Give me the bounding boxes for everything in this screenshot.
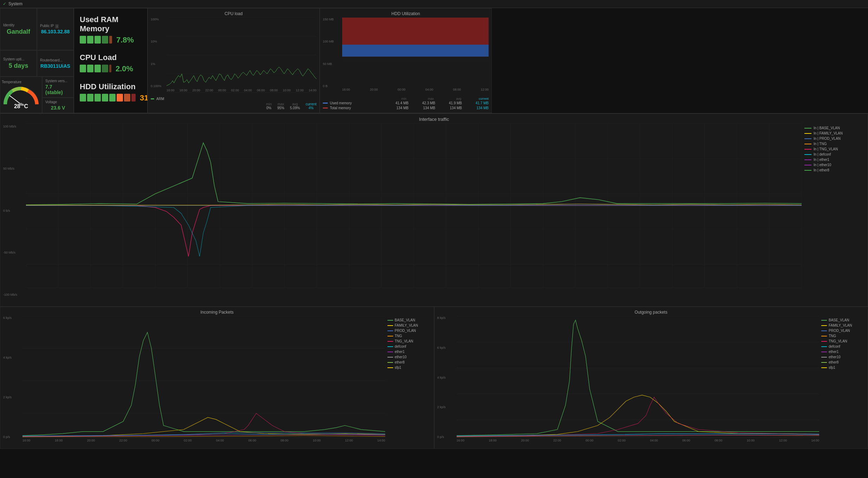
incoming-x-labels: 16:00 18:00 20:00 22:00 00:00 02:00 04:0… (22, 439, 385, 446)
top-bar: ✓ System (0, 0, 868, 8)
cpu-stat-min: min 0% (266, 102, 272, 110)
out-legend-sfp1: sfp1 (821, 366, 863, 369)
publicip-value: 86.103.32.88 (41, 29, 70, 34)
outgoing-svg (457, 316, 820, 446)
legend-ether8: In | ether8 (804, 168, 862, 172)
total-memory-legend-dot (323, 107, 328, 109)
out-legend-prod: PROD_VLAN (821, 329, 863, 333)
top-two: Identity Gandalf Public IP i 86.103.32.8… (0, 8, 74, 50)
hdd-chart-svg (342, 18, 489, 61)
inc-legend-ether10: ether10 (387, 355, 429, 359)
out-legend-defconf: defconf (821, 345, 863, 348)
hdd-chart-area: 150 MB 100 MB 50 MB 0 B 1 (323, 18, 489, 95)
temperature-panel: Temperature 28 °C (0, 77, 42, 113)
cpu-pct: 2.0% (116, 64, 133, 73)
version-value: 7.7 (stable) (45, 84, 71, 95)
cpu-stat-avg: avg 5.09% (290, 102, 300, 110)
cpu-chart-panel: CPU load 100% 10% 1% 0.100% (148, 8, 320, 113)
cpu-chart-svg (167, 18, 316, 93)
row3-packets: Incoming Packets 6 kp/s 4 kp/s 2 kp/s 0 … (0, 307, 868, 447)
inc-legend-defconf: defconf (387, 345, 429, 348)
uptime-value: 5 days (8, 62, 28, 70)
uptime-label: System upti... (3, 57, 25, 61)
interface-traffic-chart-container: 100 Mb/s 50 Mb/s 0 b/s -50 Mb/s -100 Mb/… (3, 123, 865, 303)
hdd-chart-title: HDD Utilization (323, 11, 489, 16)
outgoing-y-labels: 8 kp/s 6 kp/s 4 kp/s 2 kp/s 0 p/s (437, 316, 457, 446)
used-memory-legend-dot (323, 103, 328, 104)
temp-label: Temperature (2, 80, 21, 84)
interface-traffic-chart: 16:00 17:00 18:00 19:00 20:00 21:00 22:0… (26, 123, 802, 303)
hdd-total-row: Total memory 134 MB 134 MB 134 MB 134 MB (323, 106, 489, 110)
outgoing-legend: BASE_VLAN FAMILY_VLAN PROD_VLAN TNG TNG_… (819, 316, 865, 446)
outgoing-chart-container: 8 kp/s 6 kp/s 4 kp/s 2 kp/s 0 p/s (437, 316, 865, 446)
cpu-chart-title: CPU load (151, 11, 316, 16)
publicip-label: Public IP (40, 24, 54, 28)
outgoing-title: Outgoing packets (437, 310, 865, 315)
hdd-chart-panel: HDD Utilization 150 MB 100 MB 50 MB 0 B (320, 8, 492, 113)
publicip-panel: Public IP i 86.103.32.88 (37, 8, 74, 50)
cpu-stat-max: max 95% (278, 102, 285, 110)
system-label: System (8, 1, 22, 6)
main-grid: Identity Gandalf Public IP i 86.103.32.8… (0, 8, 868, 447)
incoming-packets-panel: Incoming Packets 6 kp/s 4 kp/s 2 kp/s 0 … (0, 307, 434, 449)
temp-value: 28 °C (14, 103, 28, 110)
out-legend-base: BASE_VLAN (821, 318, 863, 322)
interface-traffic-title: Interface traffic (3, 117, 865, 122)
cpu-legend-dot (151, 98, 154, 99)
hdd-bars (80, 94, 136, 102)
outgoing-chart: 16:00 18:00 20:00 22:00 00:00 02:00 04:0… (457, 316, 820, 446)
legend-defconf: In | defconf (804, 152, 862, 156)
publicip-info-icon: i (55, 24, 59, 28)
metrics-panel: Used RAM Memory 7.8% CPU Load (74, 8, 148, 113)
ram-title: Used RAM Memory (80, 15, 142, 33)
ram-metric: Used RAM Memory 7.8% (80, 15, 142, 45)
hdd-y-labels: 150 MB 100 MB 50 MB 0 B (323, 18, 342, 88)
ram-bars (80, 36, 112, 44)
out-legend-tng: TNG (821, 334, 863, 338)
version-panel: System vers... 7.7 (stable) (42, 77, 74, 98)
svg-rect-12 (342, 45, 489, 57)
inc-legend-sfp1: sfp1 (387, 366, 429, 369)
outgoing-x-labels: 16:00 18:00 20:00 22:00 00:00 02:00 04:0… (457, 439, 820, 446)
cpu-stats: min 0% max 95% avg 5.09% current 4% (151, 102, 316, 110)
version-label: System vers... (45, 79, 67, 83)
hdd-stat-headers: min max avg current (323, 97, 489, 100)
cpu-stat-current: current 4% (306, 102, 316, 110)
out-legend-ether10: ether10 (821, 355, 863, 359)
traffic-y-labels: 100 Mb/s 50 Mb/s 0 b/s -50 Mb/s -100 Mb/… (3, 123, 26, 303)
inc-legend-ether1: ether1 (387, 350, 429, 354)
legend-ether1: In | ether1 (804, 158, 862, 162)
legend-family-vlan: In | FAMILY_VLAN (804, 131, 862, 135)
legend-tng: In | TNG (804, 142, 862, 146)
hdd-x-labels: 16:00 20:00 00:00 04:00 08:00 12:00 (342, 88, 489, 95)
hdd-metric: HDD Utilization 31.1% (80, 82, 142, 103)
cpu-bars (80, 65, 111, 72)
legend-ether10: In | ether10 (804, 163, 862, 167)
routerboard-panel: Routerboard... RB3011UiAS (37, 50, 74, 77)
interface-traffic-panel: Interface traffic 100 Mb/s 50 Mb/s 0 b/s… (0, 113, 868, 307)
routerboard-value: RB3011UiAS (40, 63, 70, 69)
cpu-title: CPU Load (80, 53, 142, 62)
traffic-svg (26, 123, 802, 303)
voltage-label: Voltage (45, 100, 57, 104)
out-legend-ether8: ether8 (821, 360, 863, 364)
cpu-y-labels: 100% 10% 1% 0.100% (151, 18, 167, 89)
identity-label: Identity (3, 23, 14, 27)
incoming-chart-container: 6 kp/s 4 kp/s 2 kp/s 0 p/s (3, 316, 431, 446)
hdd-legend-table: min max avg current Used memory 41.4 MB … (323, 97, 489, 110)
legend-prod-vlan: In | PROD_VLAN (804, 137, 862, 140)
routerboard-label: Routerboard... (40, 58, 63, 62)
identity-value: Gandalf (7, 28, 30, 35)
legend-tng-vlan: In | TNG_VLAN (804, 147, 862, 151)
inc-legend-ether8: ether8 (387, 360, 429, 364)
out-legend-tng-vlan: TNG_VLAN (821, 339, 863, 343)
temp-voltage-row: Temperature 28 °C (0, 77, 74, 113)
identity-panel: Identity Gandalf (0, 8, 37, 50)
interface-traffic-legend: In | BASE_VLAN In | FAMILY_VLAN In | PRO… (802, 123, 865, 303)
incoming-svg (22, 316, 385, 446)
cpu-metric: CPU Load 2.0% (80, 53, 142, 73)
inc-legend-base: BASE_VLAN (387, 318, 429, 322)
uptime-panel: System upti... 5 days (0, 50, 37, 77)
temperature-gauge (2, 85, 40, 106)
left-info-column: Identity Gandalf Public IP i 86.103.32.8… (0, 8, 74, 113)
